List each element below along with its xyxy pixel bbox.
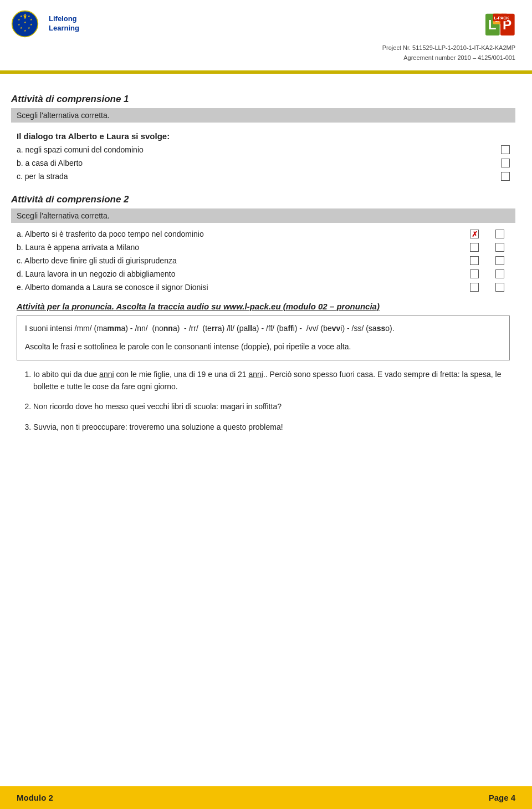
section2-questions: a. Alberto si è trasferito da poco tempo… xyxy=(11,227,515,294)
footer-module: Modulo 2 xyxy=(17,793,53,802)
q2-b-f-checkbox[interactable] xyxy=(495,243,504,252)
footer-page: Page 4 xyxy=(489,793,515,802)
section1-options: a. negli spazi comuni del condominio b. … xyxy=(11,143,515,183)
option-b: b. a casa di Alberto xyxy=(11,156,515,170)
q2-b-label: b. Laura è appena arrivata a Milano xyxy=(17,243,466,252)
q2-c-checkboxes xyxy=(466,256,510,265)
lifelong-label: Lifelong Learning xyxy=(49,14,79,33)
option-c-checkbox[interactable] xyxy=(501,172,510,181)
sound-text2: Ascolta le frasi e sottolinea le parole … xyxy=(25,340,502,354)
q2-a-checkboxes xyxy=(466,230,510,238)
q2-d-v-checkbox[interactable] xyxy=(470,269,479,278)
q2-row-b: b. Laura è appena arrivata a Milano xyxy=(11,241,515,254)
option-b-checkbox[interactable] xyxy=(501,159,510,167)
q2-a-label: a. Alberto si è trasferito da poco tempo… xyxy=(17,230,466,238)
svg-text:L-PACK: L-PACK xyxy=(494,16,510,21)
section2-instruction: Scegli l'alternativa corretta. xyxy=(11,208,515,223)
list-item-3: Suvvia, non ti preoccupare: troveremo un… xyxy=(33,421,504,433)
option-a: a. negli spazi comuni del condominio xyxy=(11,143,515,156)
option-a-checkbox[interactable] xyxy=(501,145,510,154)
q2-c-f-checkbox[interactable] xyxy=(495,256,504,265)
q2-d-f-checkbox[interactable] xyxy=(495,269,504,278)
lpack-logo: L 2 P L-PACK xyxy=(485,10,515,40)
numbered-list: Io abito qui da due anni con le mie figl… xyxy=(28,368,504,434)
q2-d-checkboxes xyxy=(466,269,510,278)
q2-b-v-checkbox[interactable] xyxy=(470,243,479,252)
eu-logo-icon: ★ ★ ★ ★ ★ ★ ★ ★ ★ ★ ★ ★ xyxy=(11,10,39,38)
sound-box: I suoni intensi /mm/ (mamma) - /nn/ (non… xyxy=(17,316,510,360)
section2-title: Attività di comprensione 2 xyxy=(11,194,515,205)
section1-main-question: Il dialogo tra Alberto e Laura si svolge… xyxy=(11,127,515,143)
main-content: Attività di comprensione 1 Scegli l'alte… xyxy=(0,74,532,485)
q2-e-f-checkbox[interactable] xyxy=(495,283,504,292)
option-a-checkbox-area xyxy=(501,145,510,154)
section1-title: Attività di comprensione 1 xyxy=(11,94,515,105)
list-item-2: Non ricordo dove ho messo quei vecchi li… xyxy=(33,400,504,413)
option-b-checkbox-area xyxy=(501,159,510,167)
header-right: L 2 P L-PACK Project Nr. 511529-LLP-1-20… xyxy=(382,10,515,63)
project-info: Project Nr. 511529-LLP-1-2010-1-IT-KA2-K… xyxy=(382,43,515,63)
option-a-label: a. negli spazi comuni del condominio xyxy=(17,145,497,154)
q2-row-c: c. Alberto deve finire gli studi di giur… xyxy=(11,254,515,267)
header-left: ★ ★ ★ ★ ★ ★ ★ ★ ★ ★ ★ ★ Lifelong Learnin… xyxy=(11,10,79,38)
option-c: c. per la strada xyxy=(11,170,515,183)
q2-e-v-checkbox[interactable] xyxy=(470,283,479,292)
q2-row-d: d. Laura lavora in un negozio di abbigli… xyxy=(11,267,515,281)
q2-a-v-checkbox[interactable] xyxy=(470,230,479,238)
page-footer: Modulo 2 Page 4 xyxy=(0,786,532,809)
list-item-1: Io abito qui da due anni con le mie figl… xyxy=(33,368,504,393)
q2-d-label: d. Laura lavora in un negozio di abbigli… xyxy=(17,269,466,278)
q2-c-label: c. Alberto deve finire gli studi di giur… xyxy=(17,256,466,265)
option-c-label: c. per la strada xyxy=(17,172,497,181)
option-b-label: b. a casa di Alberto xyxy=(17,159,497,167)
section1-instruction: Scegli l'alternativa corretta. xyxy=(11,108,515,123)
page-header: ★ ★ ★ ★ ★ ★ ★ ★ ★ ★ ★ ★ Lifelong Learnin… xyxy=(0,0,532,72)
q2-b-checkboxes xyxy=(466,243,510,252)
lpack-logo-icon: L 2 P L-PACK xyxy=(485,10,515,40)
option-c-checkbox-area xyxy=(501,172,510,181)
sound-text1: I suoni intensi /mm/ (mamma) - /nn/ (non… xyxy=(25,322,502,335)
q2-e-label: e. Alberto domanda a Laura se conosce il… xyxy=(17,283,466,292)
q2-row-e: e. Alberto domanda a Laura se conosce il… xyxy=(11,281,515,294)
pronuncia-title: Attività per la pronuncia. Ascolta la tr… xyxy=(17,302,515,311)
q2-e-checkboxes xyxy=(466,283,510,292)
q2-row-a: a. Alberto si è trasferito da poco tempo… xyxy=(11,227,515,241)
q2-c-v-checkbox[interactable] xyxy=(470,256,479,265)
q2-a-f-checkbox[interactable] xyxy=(495,230,504,238)
